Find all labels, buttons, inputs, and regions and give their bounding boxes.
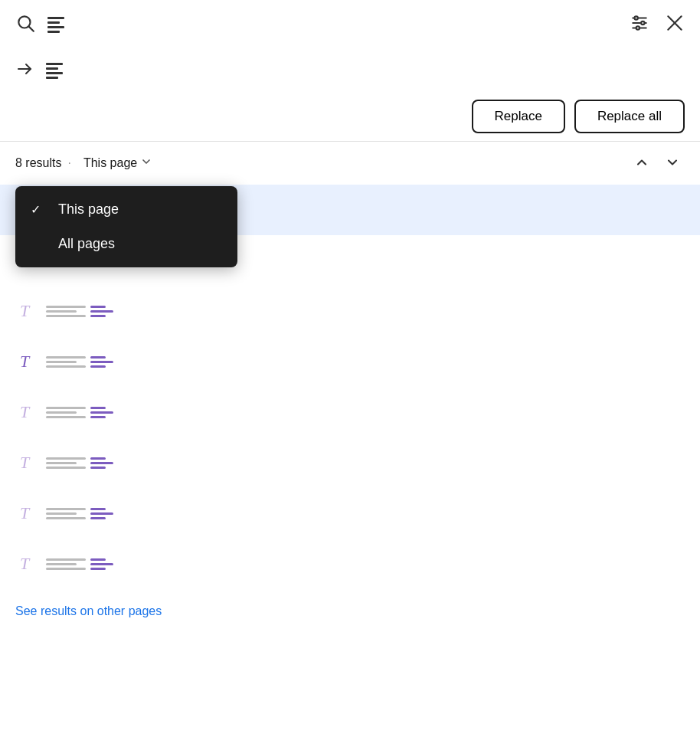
- replace-button[interactable]: Replace: [472, 100, 565, 133]
- result-type-icon: T: [15, 301, 34, 321]
- scope-dropdown-button[interactable]: This page: [77, 152, 159, 174]
- svg-point-7: [636, 26, 639, 29]
- result-type-icon: T: [15, 554, 34, 574]
- arrow-right-icon: [15, 60, 34, 81]
- scope-dropdown-menu: ✓ This page ✓ All pages: [15, 186, 237, 267]
- search-icon[interactable]: [15, 13, 35, 36]
- replace-all-button[interactable]: Replace all: [574, 100, 685, 133]
- result-content-lines: [46, 407, 113, 418]
- dropdown-item-this-page[interactable]: ✓ This page: [15, 192, 237, 227]
- nav-down-button[interactable]: [660, 150, 685, 177]
- result-content-lines: [46, 356, 113, 368]
- replace-lines-icon: [46, 63, 63, 79]
- svg-point-6: [641, 21, 644, 25]
- replace-buttons-row: Replace Replace all: [0, 92, 700, 141]
- scope-label: This page: [83, 156, 137, 170]
- toolbar-row1: [0, 0, 700, 49]
- result-type-icon: T: [15, 402, 34, 422]
- result-type-icon: T: [15, 453, 34, 473]
- nav-up-button[interactable]: [630, 150, 654, 177]
- result-row[interactable]: T: [0, 387, 700, 437]
- result-row[interactable]: T: [0, 488, 700, 539]
- toolbar-right: [630, 13, 685, 36]
- result-row[interactable]: T: [0, 437, 700, 488]
- result-content-lines: [46, 508, 113, 519]
- results-left: 8 results · This page ✓ This page ✓ All …: [15, 152, 159, 174]
- result-type-icon: T: [15, 352, 34, 372]
- close-icon[interactable]: [665, 13, 685, 36]
- result-type-icon: T: [15, 503, 34, 523]
- results-nav: [630, 150, 685, 177]
- chevron-down-icon: [140, 156, 152, 171]
- results-bar: 8 results · This page ✓ This page ✓ All …: [0, 142, 700, 185]
- result-content-lines: [46, 558, 113, 570]
- dropdown-label-all-pages: All pages: [58, 236, 115, 252]
- sliders-icon[interactable]: [630, 13, 649, 36]
- result-content-lines: [46, 306, 113, 317]
- result-row[interactable]: T: [0, 286, 700, 336]
- results-dot: ·: [67, 156, 70, 170]
- check-icon-this-page: ✓: [31, 202, 46, 217]
- results-count: 8 results: [15, 156, 61, 170]
- see-results-section: See results on other pages: [0, 589, 700, 634]
- see-results-link[interactable]: See results on other pages: [15, 604, 162, 617]
- dropdown-item-all-pages[interactable]: ✓ All pages: [15, 227, 237, 261]
- text-lines-icon: [47, 17, 64, 33]
- result-row[interactable]: T: [0, 539, 700, 589]
- result-row[interactable]: T: [0, 336, 700, 387]
- result-content-lines: [46, 457, 113, 469]
- svg-line-1: [29, 27, 34, 31]
- toolbar-left: [15, 13, 64, 36]
- toolbar-row2-left: [15, 60, 63, 81]
- svg-point-5: [635, 16, 638, 19]
- toolbar-row2: [0, 49, 700, 92]
- dropdown-label-this-page: This page: [58, 201, 119, 218]
